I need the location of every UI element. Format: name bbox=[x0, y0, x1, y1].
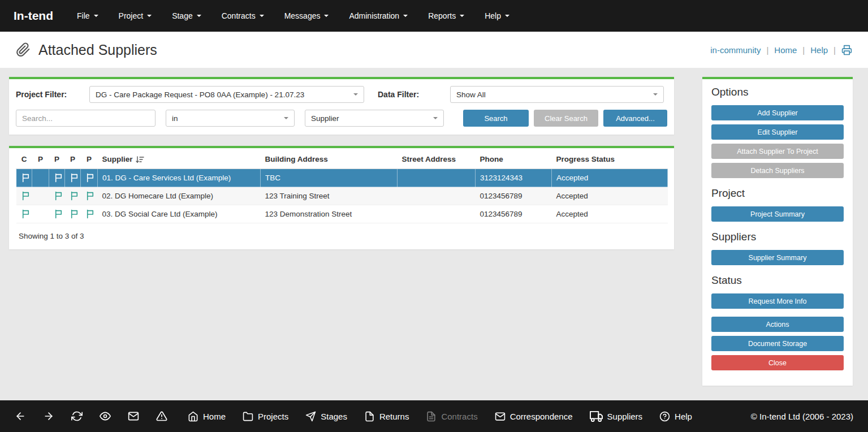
column-header-phone[interactable]: Phone bbox=[476, 149, 552, 169]
eye-icon[interactable] bbox=[100, 411, 111, 422]
sort-icon[interactable] bbox=[136, 155, 144, 163]
search-field-value: Supplier bbox=[311, 114, 339, 123]
project-filter-select[interactable]: DG - Care Package Request - PO8 0AA (Exa… bbox=[89, 86, 364, 103]
flag-cell bbox=[32, 205, 49, 223]
bottom-nav-contracts-label: Contracts bbox=[441, 412, 477, 421]
table-header-row: C P P P P Supplier bbox=[16, 149, 668, 169]
column-header-p3[interactable]: P bbox=[65, 149, 81, 169]
help-circle-icon bbox=[659, 411, 670, 422]
menu-help[interactable]: Help bbox=[485, 11, 509, 20]
project-summary-button[interactable]: Project Summary bbox=[711, 206, 844, 222]
arrow-right-icon[interactable] bbox=[43, 411, 54, 422]
flag-cell bbox=[32, 169, 49, 187]
menu-file[interactable]: File bbox=[77, 11, 98, 20]
sidebar-heading-suppliers: Suppliers bbox=[711, 231, 844, 243]
arrow-left-icon[interactable] bbox=[15, 411, 26, 422]
suppliers-table-panel: C P P P P Supplier bbox=[9, 146, 674, 249]
flag-icon bbox=[21, 209, 31, 219]
supplier-name-cell: 01. DG - Care Services Ltd (Example) bbox=[98, 169, 261, 187]
search-button[interactable]: Search bbox=[463, 110, 529, 127]
menu-reports[interactable]: Reports bbox=[428, 11, 464, 20]
add-supplier-button[interactable]: Add Supplier bbox=[711, 105, 844, 120]
data-filter-select[interactable]: Show All bbox=[450, 86, 664, 103]
sidebar-heading-project: Project bbox=[711, 187, 844, 200]
search-field-select[interactable]: Supplier bbox=[305, 110, 444, 127]
clear-search-button[interactable]: Clear Search bbox=[534, 110, 598, 127]
actions-button[interactable]: Actions bbox=[711, 317, 844, 332]
phone-cell: 3123124343 bbox=[476, 169, 552, 187]
folder-icon bbox=[243, 411, 253, 422]
bottom-nav-home[interactable]: Home bbox=[188, 411, 226, 422]
request-more-info-button[interactable]: Request More Info bbox=[711, 293, 844, 309]
menu-administration[interactable]: Administration bbox=[349, 11, 408, 20]
bottom-nav-correspondence[interactable]: Correspondence bbox=[495, 411, 573, 422]
column-header-p1[interactable]: P bbox=[32, 149, 49, 169]
table-row[interactable]: 01. DG - Care Services Ltd (Example) TBC… bbox=[16, 169, 668, 187]
close-button[interactable]: Close bbox=[711, 355, 844, 370]
column-header-progress-status[interactable]: Progress Status bbox=[552, 149, 668, 169]
flag-cell bbox=[16, 205, 32, 223]
flag-icon bbox=[54, 173, 63, 183]
bottom-nav-correspondence-label: Correspondence bbox=[510, 412, 573, 421]
phone-cell: 0123456789 bbox=[476, 205, 552, 223]
mail-icon[interactable] bbox=[128, 411, 139, 422]
refresh-icon[interactable] bbox=[71, 411, 83, 422]
menu-reports-label: Reports bbox=[428, 11, 456, 20]
attach-supplier-button[interactable]: Attach Supplier To Project bbox=[711, 144, 844, 159]
top-menu: File Project Stage Contracts Messages Ad… bbox=[77, 11, 509, 20]
bottom-tool-icons bbox=[15, 411, 167, 422]
filter-row-1: Project Filter: DG - Care Package Reques… bbox=[16, 86, 667, 103]
flag-icon bbox=[85, 191, 95, 201]
warning-icon[interactable] bbox=[156, 411, 167, 422]
column-header-supplier[interactable]: Supplier bbox=[98, 149, 261, 169]
building-address-cell: TBC bbox=[261, 169, 398, 187]
table-summary: Showing 1 to 3 of 3 bbox=[9, 223, 674, 249]
menu-contracts[interactable]: Contracts bbox=[222, 11, 264, 20]
link-home[interactable]: Home bbox=[774, 45, 797, 55]
flag-icon bbox=[54, 191, 63, 201]
app-root: In-tend File Project Stage Contracts Mes… bbox=[0, 0, 868, 432]
phone-cell: 0123456789 bbox=[476, 187, 552, 205]
supplier-summary-button[interactable]: Supplier Summary bbox=[711, 250, 844, 265]
progress-status-cell: Accepted bbox=[552, 187, 668, 205]
document-storage-button[interactable]: Document Storage bbox=[711, 336, 844, 351]
printer-icon[interactable] bbox=[841, 45, 852, 55]
column-header-c[interactable]: C bbox=[16, 149, 32, 169]
menu-stage[interactable]: Stage bbox=[172, 11, 201, 20]
bottom-nav-stages[interactable]: Stages bbox=[305, 411, 347, 422]
link-in-community[interactable]: in-community bbox=[710, 45, 761, 55]
table-row[interactable]: 03. DG Social Care Ltd (Example) 123 Dem… bbox=[16, 205, 668, 223]
flag-icon bbox=[85, 173, 95, 183]
menu-messages[interactable]: Messages bbox=[284, 11, 329, 20]
flag-cell bbox=[49, 205, 65, 223]
supplier-name-cell: 02. DG Homecare Ltd (Example) bbox=[98, 187, 261, 205]
column-header-p2[interactable]: P bbox=[49, 149, 65, 169]
advanced-search-button[interactable]: Advanced... bbox=[603, 110, 667, 127]
search-input[interactable] bbox=[16, 110, 156, 127]
bottom-nav-help[interactable]: Help bbox=[659, 411, 692, 422]
menu-contracts-label: Contracts bbox=[222, 11, 256, 20]
flag-cell bbox=[81, 169, 98, 187]
link-help[interactable]: Help bbox=[810, 45, 828, 55]
column-header-street-address[interactable]: Street Address bbox=[398, 149, 476, 169]
flag-icon bbox=[70, 209, 79, 219]
bottom-nav-home-label: Home bbox=[203, 412, 226, 421]
filter-row-2: in Supplier Search Clear Search Advanced… bbox=[16, 110, 667, 127]
search-scope-select[interactable]: in bbox=[166, 110, 295, 127]
edit-supplier-button[interactable]: Edit Supplier bbox=[711, 124, 844, 140]
chevron-down-icon bbox=[260, 15, 264, 19]
street-address-cell bbox=[398, 169, 476, 187]
bottom-nav-returns[interactable]: Returns bbox=[364, 411, 409, 422]
bottom-nav-projects[interactable]: Projects bbox=[243, 411, 288, 422]
menu-file-label: File bbox=[77, 11, 90, 20]
menu-messages-label: Messages bbox=[284, 11, 321, 20]
menu-project[interactable]: Project bbox=[119, 11, 152, 20]
bottom-nav-suppliers[interactable]: Suppliers bbox=[590, 410, 643, 423]
street-address-cell bbox=[398, 205, 476, 223]
column-header-p4[interactable]: P bbox=[81, 149, 98, 169]
chevron-down-icon bbox=[460, 15, 464, 19]
column-header-building-address[interactable]: Building Address bbox=[261, 149, 398, 169]
app-brand: In-tend bbox=[14, 9, 53, 23]
detach-suppliers-button[interactable]: Detach Suppliers bbox=[711, 163, 844, 178]
table-row[interactable]: 02. DG Homecare Ltd (Example) 123 Traini… bbox=[16, 187, 668, 205]
